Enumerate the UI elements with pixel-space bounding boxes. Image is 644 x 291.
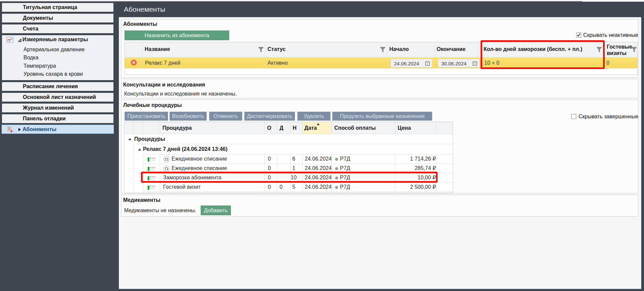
svg-text:7: 7 xyxy=(474,63,476,66)
svg-text:7: 7 xyxy=(427,63,429,66)
